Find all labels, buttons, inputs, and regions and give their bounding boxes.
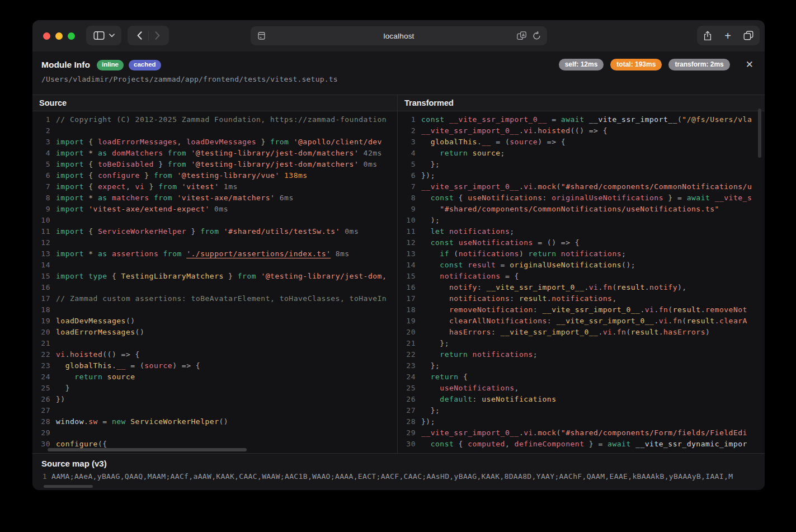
code-token: result [468,260,496,271]
code-token: = [496,260,510,271]
code-token [421,237,431,248]
code-token [163,148,168,159]
code-line: 27 }; [398,405,765,416]
forward-icon[interactable] [149,31,166,40]
code-token: expect [98,181,126,192]
code-token: . [112,360,116,371]
line-number: 11 [32,226,50,237]
code-token: ); [421,215,440,226]
code-line: 13 if (notifications) return notificatio… [398,248,765,260]
code-line: 22 return notifications; [398,349,765,360]
code-token: default [440,394,472,405]
code-token: } [186,226,200,237]
code-token: return [440,148,468,159]
code-token: mock [538,181,556,192]
code-line: 21 [32,338,397,349]
transformed-code[interactable]: 1const __vite_ssr_import_0__ = await __v… [398,111,765,453]
code-token: 8ms [331,248,349,260]
new-tab-icon[interactable]: + [724,30,731,41]
code-panels: Source 1// Copyright (C) 2012-2025 Zamma… [32,95,765,453]
line-number: 15 [32,271,50,282]
tab-overview-icon[interactable] [743,31,753,40]
code-token: window [56,416,84,427]
traffic-light-maximize[interactable] [68,32,75,40]
code-token [219,226,223,237]
code-token: { [459,371,468,383]
code-line: 28}); [398,416,765,427]
svg-text:A: A [522,32,525,37]
sourcemap-horizontal-scrollbar[interactable] [44,485,93,488]
line-number: 7 [398,181,416,192]
code-token: computed [468,439,505,450]
transformed-vertical-scrollbar[interactable] [758,109,761,158]
code-token: toBeDisabled [98,159,154,170]
sidebar-toggle-button[interactable] [86,26,121,45]
code-token: from [163,248,182,260]
code-token: new [112,416,126,427]
code-token: ( [557,181,561,192]
code-token: ( [677,114,682,125]
code-token [107,192,112,204]
code-token: }); [421,170,435,181]
share-icon[interactable] [703,31,712,41]
code-line: 15 notifications = { [398,271,765,282]
line-number: 10 [398,215,416,226]
code-line: 29 [32,427,397,439]
line-number: 23 [32,360,50,371]
code-token: } [56,383,70,394]
line-number: 26 [32,394,50,405]
code-token [158,248,163,260]
line-number: 21 [398,338,416,349]
code-token: * [84,148,98,159]
reload-icon[interactable] [533,31,541,43]
back-icon[interactable] [131,31,148,40]
close-icon[interactable]: ✕ [743,59,756,70]
page-title: Module Info [41,60,90,70]
code-token [149,192,154,204]
code-token: assertions [112,248,158,260]
line-number: 27 [398,405,416,416]
code-token: . [612,327,616,338]
transformed-panel-title: Transformed [398,95,765,111]
code-token: ) [705,327,710,338]
code-token: "#shared/components/Form/fields/FieldEdi [561,427,747,439]
code-token: const [440,260,463,271]
code-token: = { [501,271,519,282]
code-token: { [84,159,98,170]
code-line: 1// Copyright (C) 2012-2025 Zammad Found… [32,114,397,125]
code-token: , [515,383,519,394]
code-token: ), [677,282,687,293]
source-horizontal-scrollbar[interactable] [48,448,247,451]
traffic-light-close[interactable] [43,32,50,40]
code-token: 'vitest-axe/matchers' [177,192,275,204]
source-link[interactable]: './support/assertions/index.ts' [186,248,331,260]
timing-badge: transform: 2ms [668,59,729,70]
line-number: 20 [32,327,50,338]
url-text: localhost [251,32,547,40]
code-token: 0ms [340,226,359,237]
code-token: { [454,192,468,204]
code-token [421,204,440,215]
translate-icon[interactable]: A [517,31,526,43]
line-number: 9 [32,204,50,215]
line-number: 6 [32,170,50,181]
code-token: clearA [719,316,747,327]
code-token: __vite_ssr_import_0__ [487,282,585,293]
code-token: vi [645,304,654,316]
address-bar[interactable]: localhost A [251,26,547,45]
code-token: import [56,170,84,181]
line-number: 1 [398,114,416,125]
code-token: . [533,181,538,192]
code-token [172,170,177,181]
code-line: 3import { loadErrorMessages, loadDevMess… [32,136,397,148]
code-token: . [598,282,602,293]
source-code[interactable]: 1// Copyright (C) 2012-2025 Zammad Found… [32,111,397,453]
line-number: 8 [398,192,416,204]
traffic-light-minimize[interactable] [55,32,63,40]
code-token: result [617,282,645,293]
code-token [421,293,449,304]
code-token: : [533,304,543,316]
line-number: 14 [32,260,50,271]
code-line: 9 "#shared/components/CommonNotification… [398,204,765,215]
code-token: . [547,293,552,304]
